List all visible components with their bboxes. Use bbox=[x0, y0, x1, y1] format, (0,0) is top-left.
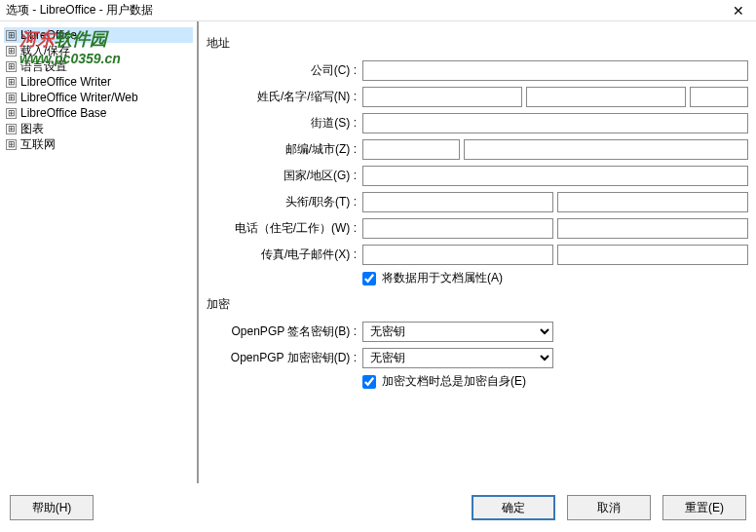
label-zipcity: 邮编/城市(Z) : bbox=[207, 141, 362, 158]
dialog-footer: 帮助(H) 确定 取消 重置(E) bbox=[0, 483, 756, 532]
encrypt-self-checkbox[interactable] bbox=[362, 375, 376, 389]
tree-label: 互联网 bbox=[20, 136, 56, 153]
label-street: 街道(S) : bbox=[207, 115, 362, 132]
city-input[interactable] bbox=[464, 139, 748, 160]
home-phone-input[interactable] bbox=[362, 218, 553, 239]
label-phone: 电话（住宅/工作）(W) : bbox=[207, 220, 362, 237]
tree-label: 载入/保存 bbox=[20, 43, 70, 59]
company-input[interactable] bbox=[362, 60, 748, 81]
use-for-doc-label: 将数据用于文档属性(A) bbox=[382, 270, 503, 286]
expand-icon[interactable]: ⊞ bbox=[6, 77, 17, 88]
title-input[interactable] bbox=[362, 192, 553, 212]
reset-button[interactable]: 重置(E) bbox=[662, 495, 746, 520]
content-panel: 地址 公司(C) : 姓氏/名字/缩写(N) : 街道(S) : 邮编/城市(Z… bbox=[199, 21, 756, 483]
tree-item-charts[interactable]: ⊞ 图表 bbox=[4, 121, 193, 136]
close-icon[interactable]: ✕ bbox=[727, 2, 750, 19]
street-input[interactable] bbox=[362, 113, 748, 133]
titlebar: 选项 - LibreOffice - 用户数据 ✕ bbox=[0, 0, 756, 21]
sidebar-tree[interactable]: ⊞ LibreOffice ⊞ 载入/保存 ⊞ 语言设置 ⊞ LibreOffi… bbox=[0, 21, 199, 483]
email-input[interactable] bbox=[557, 245, 748, 265]
work-phone-input[interactable] bbox=[557, 218, 748, 239]
tree-item-load-save[interactable]: ⊞ 载入/保存 bbox=[4, 43, 193, 58]
tree-item-writer[interactable]: ⊞ LibreOffice Writer bbox=[4, 74, 193, 90]
initials-input[interactable] bbox=[690, 87, 748, 107]
window-title: 选项 - LibreOffice - 用户数据 bbox=[6, 2, 153, 19]
use-for-doc-checkbox[interactable] bbox=[362, 272, 376, 285]
tree-label: LibreOffice Writer bbox=[20, 75, 111, 89]
tree-label: LibreOffice bbox=[20, 28, 77, 42]
address-group-title: 地址 bbox=[207, 35, 750, 52]
expand-icon[interactable]: ⊞ bbox=[6, 93, 17, 103]
zip-input[interactable] bbox=[362, 139, 460, 160]
tree-item-internet[interactable]: ⊞ 互联网 bbox=[4, 136, 193, 152]
pgp-sign-select[interactable]: 无密钥 bbox=[362, 322, 553, 342]
lastname-input[interactable] bbox=[362, 87, 522, 107]
expand-icon[interactable]: ⊞ bbox=[6, 139, 17, 150]
expand-icon[interactable]: ⊞ bbox=[6, 124, 17, 134]
expand-icon[interactable]: ⊞ bbox=[6, 30, 17, 41]
label-title: 头衔/职务(T) : bbox=[207, 194, 362, 210]
expand-icon[interactable]: ⊞ bbox=[6, 61, 17, 72]
label-name: 姓氏/名字/缩写(N) : bbox=[207, 89, 362, 105]
country-input[interactable] bbox=[362, 166, 748, 186]
position-input[interactable] bbox=[557, 192, 748, 212]
encrypt-group-title: 加密 bbox=[207, 296, 750, 313]
cancel-button[interactable]: 取消 bbox=[567, 495, 651, 520]
ok-button[interactable]: 确定 bbox=[472, 495, 555, 520]
tree-label: 语言设置 bbox=[20, 58, 67, 75]
label-company: 公司(C) : bbox=[207, 62, 362, 79]
tree-label: 图表 bbox=[20, 121, 44, 137]
label-country: 国家/地区(G) : bbox=[207, 168, 362, 184]
tree-item-language[interactable]: ⊞ 语言设置 bbox=[4, 58, 193, 74]
firstname-input[interactable] bbox=[526, 87, 686, 107]
tree-item-writer-web[interactable]: ⊞ LibreOffice Writer/Web bbox=[4, 90, 193, 105]
tree-label: LibreOffice Base bbox=[20, 106, 107, 120]
label-pgp-encrypt: OpenPGP 加密密钥(D) : bbox=[207, 350, 362, 366]
tree-item-libreoffice[interactable]: ⊞ LibreOffice bbox=[4, 27, 193, 43]
pgp-encrypt-select[interactable]: 无密钥 bbox=[362, 348, 553, 368]
label-fax: 传真/电子邮件(X) : bbox=[207, 247, 362, 263]
encrypt-self-label: 加密文档时总是加密自身(E) bbox=[382, 373, 526, 390]
expand-icon[interactable]: ⊞ bbox=[6, 46, 17, 57]
help-button[interactable]: 帮助(H) bbox=[10, 495, 94, 520]
expand-icon[interactable]: ⊞ bbox=[6, 108, 17, 119]
fax-input[interactable] bbox=[362, 245, 553, 265]
tree-item-base[interactable]: ⊞ LibreOffice Base bbox=[4, 105, 193, 121]
tree-label: LibreOffice Writer/Web bbox=[20, 91, 138, 104]
label-pgp-sign: OpenPGP 签名密钥(B) : bbox=[207, 323, 362, 340]
